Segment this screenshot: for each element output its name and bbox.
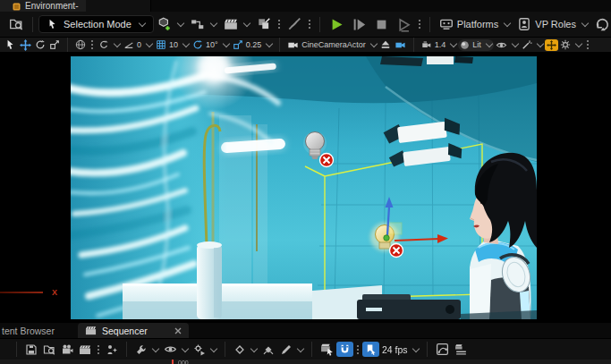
camera-speed-dropdown[interactable]: 1.4 (420, 38, 459, 51)
frame-advance-button[interactable] (348, 15, 370, 34)
stop-button[interactable] (370, 15, 393, 34)
cube-plus-icon (157, 17, 172, 31)
cinematics-button[interactable] (220, 15, 253, 33)
transform-gizmo-toggle[interactable] (545, 39, 558, 51)
blueprints-button[interactable] (187, 15, 220, 33)
x-axis-line (0, 292, 43, 293)
actor-snap-dropdown[interactable] (97, 38, 122, 51)
gizmo-y-axis[interactable] (384, 235, 389, 241)
scale-tool-button[interactable] (47, 38, 62, 51)
rotate-icon (35, 39, 46, 50)
frame-rate-dropdown[interactable]: 24 fps (379, 343, 421, 357)
add-actor-button[interactable] (154, 15, 187, 33)
cursor-icon (47, 19, 58, 30)
platforms-icon (439, 17, 454, 31)
scene-3d (71, 56, 537, 319)
gizmo-plane-handle[interactable] (389, 223, 402, 234)
play-from-here-button[interactable] (393, 15, 415, 34)
keyframe-options-dropdown[interactable] (231, 342, 259, 358)
render-movie-button[interactable] (76, 342, 94, 358)
actions-dropdown[interactable] (132, 342, 161, 358)
snapping-options-menu[interactable] (88, 40, 97, 49)
paint-tool-button[interactable] (284, 15, 305, 33)
eject-pilot-button[interactable] (378, 38, 393, 51)
sequence-hierarchy-button[interactable] (452, 341, 471, 358)
play-icon (329, 17, 344, 32)
edit-options-dropdown[interactable] (277, 342, 306, 358)
viewport-overflow-menu[interactable] (583, 40, 592, 49)
snapping-toggle[interactable] (336, 342, 353, 357)
view-mode-dropdown[interactable]: Lit (458, 39, 494, 51)
sequencer-timeline[interactable]: 000 (0, 360, 611, 364)
view-options-dropdown[interactable] (161, 341, 191, 358)
move-tool-button[interactable] (18, 38, 33, 52)
separator (279, 38, 280, 53)
grid-snap-dropdown[interactable]: 10 (154, 38, 191, 51)
surface-snap-dropdown[interactable]: 0 (122, 38, 154, 51)
select-edit-button[interactable] (318, 341, 336, 358)
separator (67, 38, 68, 53)
selection-mode-dropdown[interactable]: Selection Mode (38, 15, 154, 33)
select-tool-button[interactable] (4, 38, 18, 51)
vp-roles-dropdown[interactable]: VP Roles (513, 15, 591, 33)
tab-environment[interactable]: Environment- (0, 0, 86, 12)
rotation-snap-dropdown[interactable]: 10° (191, 38, 231, 51)
keyframe-diamond-icon (233, 343, 246, 356)
rotation-snap-icon (192, 39, 203, 50)
marked-frame-toggle[interactable] (362, 342, 379, 357)
create-camera-button[interactable] (58, 342, 76, 358)
playhead-marker[interactable] (172, 360, 174, 364)
level-viewport[interactable]: X (0, 52, 611, 323)
browse-content-button[interactable] (5, 15, 27, 33)
movie-camera-icon (61, 343, 73, 356)
separator (225, 342, 225, 357)
view-mode-label: Lit (472, 40, 481, 49)
find-in-content-browser-button[interactable] (40, 342, 58, 358)
overflow-menu[interactable] (305, 20, 314, 29)
edit-layers-button[interactable] (253, 15, 275, 33)
gear-icon (560, 39, 571, 50)
tab-sequencer[interactable]: Sequencer (78, 323, 189, 338)
wand-icon (522, 39, 532, 50)
separator (311, 342, 312, 357)
selection-mode-label: Selection Mode (64, 19, 132, 30)
preview-effects-dropdown[interactable] (520, 38, 545, 51)
playhead-time: 000 (178, 360, 189, 364)
chevron-down-icon (581, 20, 589, 27)
chevron-down-icon (512, 40, 519, 47)
revision-control-button[interactable] (591, 15, 611, 34)
camera-render-frame[interactable] (71, 56, 537, 319)
play-button[interactable] (326, 15, 348, 34)
platforms-dropdown[interactable]: Platforms (436, 15, 513, 33)
camera-actor-name: CineCameraActor (301, 40, 366, 49)
playback-options-dropdown[interactable] (191, 342, 219, 358)
floppy-disk-icon (25, 343, 38, 356)
rotate-tool-button[interactable] (33, 38, 47, 51)
revision-control-icon (595, 17, 610, 32)
panel-tab-bar: tent Browser Sequencer (0, 323, 611, 338)
surface-snap-icon (123, 39, 134, 50)
auto-key-button[interactable] (259, 342, 277, 358)
clapper-list-icon (454, 343, 468, 356)
show-flags-dropdown[interactable] (494, 38, 520, 52)
overflow-menu[interactable] (275, 20, 284, 29)
camera-actor-dropdown[interactable]: CineCameraActor (285, 38, 378, 52)
close-icon[interactable] (174, 327, 182, 334)
viewport-settings-dropdown[interactable] (558, 38, 583, 51)
vp-roles-label: VP Roles (535, 19, 576, 30)
clapper-cursor-icon (320, 343, 334, 356)
tab-content-browser[interactable]: tent Browser (2, 326, 55, 336)
pilot-camera-button[interactable] (393, 38, 408, 52)
globe-icon (75, 39, 86, 50)
snap-options-menu[interactable] (353, 345, 362, 354)
spawnable-actor-button[interactable] (103, 342, 121, 358)
world-coordinate-button[interactable] (73, 38, 88, 51)
move-icon (20, 39, 31, 51)
scale-snap-dropdown[interactable]: 0.25 (231, 38, 275, 51)
play-options-menu[interactable] (415, 20, 424, 29)
curve-editor-button[interactable] (433, 341, 452, 358)
platforms-label: Platforms (457, 19, 498, 30)
folder-search-icon (9, 17, 23, 31)
render-options-menu[interactable] (94, 345, 103, 354)
save-sequence-button[interactable] (22, 342, 40, 358)
